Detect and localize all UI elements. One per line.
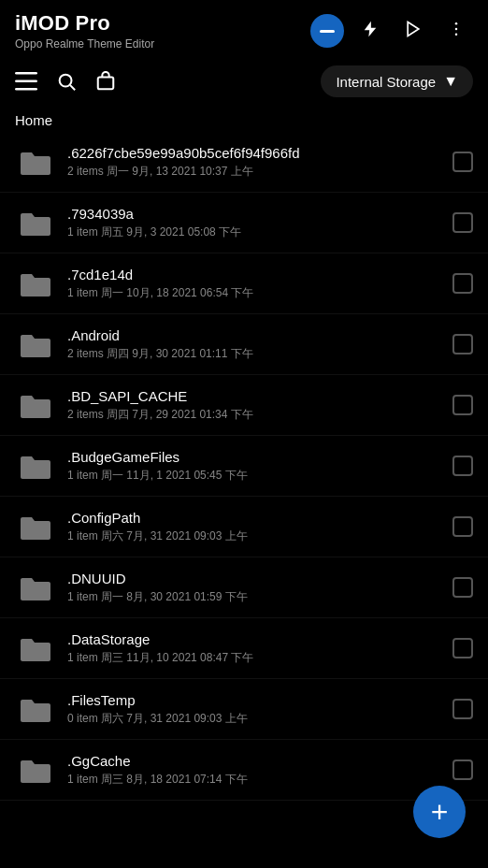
list-item[interactable]: .DNUUID 1 item 周一 8月, 30 2021 01:59 下午 [0,557,488,618]
file-info: .Android 2 items 周四 9月, 30 2021 01:11 下午 [67,327,443,362]
bag-icon[interactable] [95,71,116,92]
svg-point-1 [455,22,458,24]
header-left: iMOD Pro Oppo Realme Theme Editor [15,11,154,51]
bolt-button[interactable] [353,14,387,48]
list-item[interactable]: .BudgeGameFiles 1 item 周一 11月, 1 2021 05… [0,436,488,497]
svg-rect-4 [15,72,37,75]
fab-add-button[interactable]: + [413,786,466,838]
folder-icon [15,202,56,243]
header-icons [310,14,473,48]
list-item[interactable]: .FilesTemp 0 item 周六 7月, 31 2021 09:03 上… [0,679,488,740]
file-info: .7934039a 1 item 周五 9月, 3 2021 05:08 下午 [67,206,443,240]
file-meta: 1 item 周三 8月, 18 2021 07:14 下午 [67,772,443,788]
file-info: .GgCache 1 item 周三 8月, 18 2021 07:14 下午 [67,753,443,788]
file-name: .7934039a [67,206,443,222]
play-icon [404,20,423,43]
file-info: .FilesTemp 0 item 周六 7月, 31 2021 09:03 上… [67,692,443,727]
file-meta: 1 item 周六 7月, 31 2021 09:03 上午 [67,528,443,544]
file-checkbox[interactable] [452,577,473,598]
minus-icon [320,30,335,33]
toolbar: Internal Storage ▼ [0,58,488,105]
bolt-icon [361,20,380,43]
storage-label: Internal Storage [336,74,436,90]
app-subtitle: Oppo Realme Theme Editor [15,37,154,51]
svg-point-3 [455,33,458,36]
file-meta: 1 item 周一 11月, 1 2021 05:45 下午 [67,468,443,484]
folder-icon [15,567,56,608]
folder-icon [15,506,56,547]
menu-icon[interactable] [15,72,37,91]
file-info: .6226f7cbe59e99a90b5cef6f94f966fd 2 item… [67,145,443,180]
search-icon[interactable] [56,71,77,92]
file-name: .7cd1e14d [67,267,443,282]
file-checkbox[interactable] [452,212,473,233]
folder-icon [15,263,56,304]
file-checkbox[interactable] [452,699,473,719]
more-button[interactable] [439,14,473,48]
file-name: .6226f7cbe59e99a90b5cef6f94f966fd [67,145,443,161]
svg-rect-9 [98,77,114,89]
file-info: .BudgeGameFiles 1 item 周一 11月, 1 2021 05… [67,449,443,484]
header: iMOD Pro Oppo Realme Theme Editor [0,0,488,58]
file-checkbox[interactable] [452,516,473,537]
file-name: .FilesTemp [67,692,443,708]
file-name: .Android [67,327,443,343]
file-checkbox[interactable] [452,456,473,476]
list-item[interactable]: .BD_SAPI_CACHE 2 items 周四 7月, 29 2021 01… [0,375,488,436]
file-checkbox[interactable] [452,760,473,780]
more-icon [447,20,466,43]
file-meta: 0 item 周六 7月, 31 2021 09:03 上午 [67,711,443,727]
file-info: .BD_SAPI_CACHE 2 items 周四 7月, 29 2021 01… [67,388,443,423]
file-meta: 2 items 周四 7月, 29 2021 01:34 下午 [67,407,443,423]
file-checkbox[interactable] [452,638,473,658]
file-meta: 2 items 周四 9月, 30 2021 01:11 下午 [67,346,443,362]
list-item[interactable]: .7cd1e14d 1 item 周一 10月, 18 2021 06:54 下… [0,253,488,314]
folder-icon [15,688,56,730]
list-item[interactable]: .7934039a 1 item 周五 9月, 3 2021 05:08 下午 [0,193,488,253]
file-name: .BD_SAPI_CACHE [67,388,443,404]
file-meta: 1 item 周一 10月, 18 2021 06:54 下午 [67,285,443,301]
file-meta: 1 item 周一 8月, 30 2021 01:59 下午 [67,589,443,605]
svg-rect-5 [15,80,37,83]
file-meta: 2 items 周一 9月, 13 2021 10:37 上午 [67,164,443,180]
file-checkbox[interactable] [452,334,473,354]
minus-button[interactable] [310,14,344,48]
file-name: .GgCache [67,753,443,769]
folder-icon [15,324,56,365]
svg-point-7 [60,75,72,87]
list-item[interactable]: .6226f7cbe59e99a90b5cef6f94f966fd 2 item… [0,132,488,193]
folder-icon [15,141,56,182]
file-meta: 1 item 周三 11月, 10 2021 08:47 下午 [67,650,443,666]
file-name: .DataStorage [67,631,443,647]
breadcrumb: Home [0,105,488,132]
app-title: iMOD Pro [15,11,154,36]
list-item[interactable]: .ConfigPath 1 item 周六 7月, 31 2021 09:03 … [0,497,488,557]
chevron-down-icon: ▼ [443,73,458,90]
file-name: .ConfigPath [67,510,443,526]
file-checkbox[interactable] [452,273,473,294]
toolbar-left [15,71,116,92]
file-info: .DataStorage 1 item 周三 11月, 10 2021 08:4… [67,631,443,666]
list-item[interactable]: .DataStorage 1 item 周三 11月, 10 2021 08:4… [0,618,488,679]
svg-point-2 [455,27,458,30]
svg-rect-6 [15,88,37,91]
list-item[interactable]: .Android 2 items 周四 9月, 30 2021 01:11 下午 [0,314,488,375]
file-name: .BudgeGameFiles [67,449,443,465]
list-item[interactable]: .GgCache 1 item 周三 8月, 18 2021 07:14 下午 [0,740,488,801]
folder-icon [15,749,56,790]
folder-icon [15,445,56,486]
svg-line-8 [70,85,75,90]
file-list: .6226f7cbe59e99a90b5cef6f94f966fd 2 item… [0,132,488,868]
file-info: .DNUUID 1 item 周一 8月, 30 2021 01:59 下午 [67,571,443,605]
folder-icon [15,384,56,426]
play-button[interactable] [396,14,430,48]
file-meta: 1 item 周五 9月, 3 2021 05:08 下午 [67,224,443,240]
file-checkbox[interactable] [452,395,473,415]
storage-selector[interactable]: Internal Storage ▼ [321,65,473,97]
svg-marker-0 [408,22,419,36]
add-icon: + [431,797,449,827]
folder-icon [15,628,56,669]
file-info: .ConfigPath 1 item 周六 7月, 31 2021 09:03 … [67,510,443,544]
file-checkbox[interactable] [452,152,473,172]
file-name: .DNUUID [67,571,443,586]
